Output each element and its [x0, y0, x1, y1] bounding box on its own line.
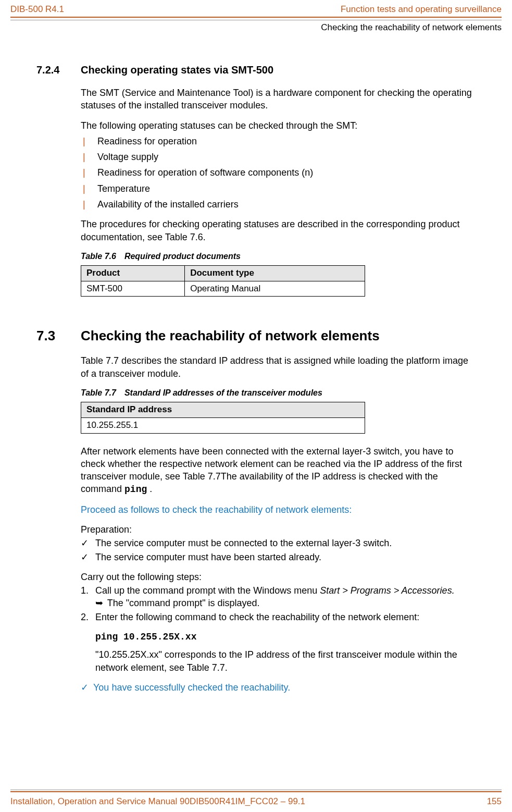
step-number: 2.	[81, 611, 89, 623]
list-item: Temperature	[81, 182, 476, 195]
doc-id: DIB-500 R4.1	[10, 4, 64, 15]
step-number: 1.	[81, 584, 89, 597]
table-7-6: Product Document type SMT-500 Operating …	[81, 265, 365, 297]
page-content: 7.2.4 Checking operating states via SMT-…	[0, 38, 512, 694]
chapter-title: Function tests and operating surveillanc…	[341, 4, 502, 15]
preparation-list: The service computer must be connected t…	[81, 537, 476, 563]
table-cell: Operating Manual	[185, 281, 365, 297]
section-number: 7.3	[36, 328, 81, 344]
header-rule	[10, 17, 502, 18]
table-header-row: Product Document type	[81, 265, 365, 281]
check-icon: ✓	[81, 681, 93, 694]
table-header: Document type	[185, 265, 365, 281]
command-inline: ping	[124, 484, 147, 495]
paragraph: After network elements have been connect…	[81, 445, 476, 496]
section-7-2-4-heading: 7.2.4 Checking operating states via SMT-…	[36, 64, 476, 76]
arrow-icon: ➥	[95, 597, 105, 609]
step-result: ➥ The "command prompt" is displayed.	[95, 597, 476, 609]
list-item: Readiness for operation	[81, 135, 476, 147]
success-message: ✓You have successfully checked the reach…	[81, 681, 476, 694]
table-cell: 10.255.255.1	[81, 417, 365, 433]
table-7-7: Standard IP address 10.255.255.1	[81, 402, 365, 434]
paragraph: "10.255.25X.xx" corresponds to the IP ad…	[95, 648, 476, 674]
text: The "command prompt" is displayed.	[105, 598, 260, 608]
text: Enter the following command to check the…	[95, 612, 419, 622]
table-header-row: Standard IP address	[81, 402, 365, 417]
step-2: 2. Enter the following command to check …	[81, 611, 476, 623]
page-number: 155	[487, 796, 502, 807]
text: You have successfully checked the reacha…	[93, 682, 290, 693]
section-number: 7.2.4	[36, 64, 81, 76]
text: .	[147, 484, 152, 494]
footer-rule	[10, 791, 502, 792]
paragraph: The SMT (Service and Maintenance Tool) i…	[81, 87, 476, 112]
table-header: Product	[81, 265, 185, 281]
section-7-3-heading: 7.3 Checking the reachability of network…	[36, 328, 476, 344]
page-header: DIB-500 R4.1 Function tests and operatin…	[0, 0, 512, 17]
footer-title: Installation, Operation and Service Manu…	[10, 796, 305, 807]
section-7-2-4-body: The SMT (Service and Maintenance Tool) i…	[81, 87, 476, 297]
steps-list: 1. Call up the command prompt with the W…	[81, 584, 476, 623]
table-cell: SMT-500	[81, 281, 185, 297]
section-7-3-body: Table 7.7 describes the standard IP addr…	[81, 354, 476, 694]
command-block: ping 10.255.25X.xx	[95, 631, 476, 643]
paragraph: The following operating statuses can be …	[81, 119, 476, 132]
menu-path: Start > Programs > Accessories.	[320, 585, 454, 596]
paragraph: The procedures for checking operating st…	[81, 218, 476, 243]
table-row: 10.255.255.1	[81, 417, 365, 433]
status-list: Readiness for operation Voltage supply R…	[81, 135, 476, 211]
table-caption: Table 7.6 Required product documents	[81, 251, 476, 262]
section-breadcrumb: Checking the reachability of network ele…	[0, 20, 512, 38]
procedure-heading: Proceed as follows to check the reachabi…	[81, 503, 476, 516]
section-title: Checking the reachability of network ele…	[81, 328, 380, 344]
paragraph: Table 7.7 describes the standard IP addr…	[81, 354, 476, 380]
footer-row: Installation, Operation and Service Manu…	[10, 796, 502, 807]
table-row: SMT-500 Operating Manual	[81, 281, 365, 297]
prep-label: Preparation:	[81, 523, 476, 536]
steps-label: Carry out the following steps:	[81, 571, 476, 583]
list-item: Readiness for operation of software comp…	[81, 166, 476, 179]
table-header: Standard IP address	[81, 402, 365, 417]
list-item: The service computer must be connected t…	[81, 537, 476, 549]
section-title: Checking operating states via SMT-500	[81, 64, 273, 76]
table-caption: Table 7.7 Standard IP addresses of the t…	[81, 387, 476, 399]
list-item: Availability of the installed carriers	[81, 198, 476, 211]
text: Call up the command prompt with the Wind…	[95, 585, 320, 596]
page-footer: Installation, Operation and Service Manu…	[0, 786, 512, 812]
list-item: The service computer must have been star…	[81, 551, 476, 563]
list-item: Voltage supply	[81, 151, 476, 163]
step-1: 1. Call up the command prompt with the W…	[81, 584, 476, 610]
footer-thin-rule	[10, 790, 502, 790]
